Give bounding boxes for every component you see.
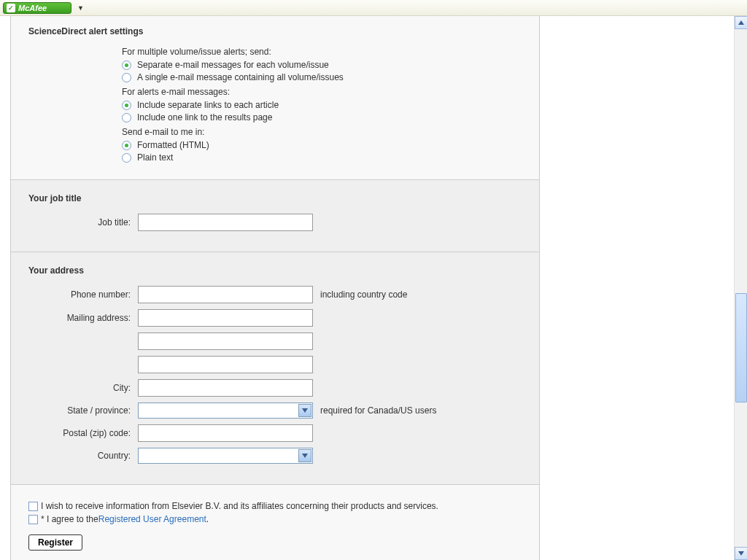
optin-text: I wish to receive information from Elsev…	[41, 501, 438, 511]
job-title-heading: Your job title	[28, 193, 522, 203]
mailing-address-input-3[interactable]	[138, 356, 313, 373]
radio-label: Separate e-mail messages for each volume…	[137, 60, 329, 70]
mcafee-label: McAfee	[18, 4, 47, 12]
chevron-down-icon	[298, 449, 311, 462]
radio-single-email[interactable]: A single e-mail message containing all v…	[122, 72, 522, 82]
page-content: ScienceDirect alert settings For multipl…	[0, 16, 733, 560]
svg-marker-3	[738, 551, 744, 556]
city-label: City:	[28, 383, 138, 393]
radio-format-html[interactable]: Formatted (HTML)	[122, 140, 522, 150]
scroll-thumb[interactable]	[735, 293, 747, 402]
multi-alert-label: For multiple volume/issue alerts; send:	[122, 47, 522, 57]
svg-marker-0	[302, 408, 308, 413]
radio-icon	[122, 153, 131, 163]
agree-suffix: .	[206, 514, 209, 524]
state-hint: required for Canada/US users	[320, 405, 436, 416]
city-input[interactable]	[138, 379, 313, 397]
svg-marker-2	[738, 20, 744, 25]
user-agreement-link[interactable]: Registered User Agreement	[98, 514, 206, 524]
mailing-label: Mailing address:	[28, 313, 138, 323]
radio-icon	[122, 73, 131, 82]
mcafee-badge[interactable]: ✓ McAfee	[3, 2, 71, 14]
scroll-down-icon[interactable]	[735, 547, 747, 560]
radio-icon	[122, 61, 131, 70]
svg-marker-1	[302, 454, 308, 458]
radio-label: A single e-mail message containing all v…	[137, 72, 344, 82]
scroll-up-icon[interactable]	[735, 16, 747, 29]
section-address: Your address Phone number: including cou…	[11, 252, 539, 485]
section-job-title: Your job title Job title:	[11, 180, 539, 252]
section-alert-settings: ScienceDirect alert settings For multipl…	[11, 16, 539, 180]
section-agreement: I wish to receive information from Elsev…	[11, 485, 539, 560]
register-button[interactable]: Register	[28, 534, 82, 551]
phone-label: Phone number:	[28, 289, 138, 300]
vertical-scrollbar[interactable]	[734, 16, 747, 560]
state-label: State / province:	[28, 405, 138, 416]
agree-prefix: * I agree to the	[41, 514, 98, 524]
agree-row[interactable]: * I agree to the Registered User Agreeme…	[28, 514, 522, 524]
optin-row[interactable]: I wish to receive information from Elsev…	[28, 501, 522, 511]
checkbox-icon	[28, 502, 38, 511]
mailing-address-input-2[interactable]	[138, 332, 313, 350]
chevron-down-icon[interactable]: ▼	[77, 4, 84, 12]
links-alert-label: For alerts e-mail messages:	[122, 87, 522, 97]
postal-label: Postal (zip) code:	[28, 428, 138, 438]
radio-label: Formatted (HTML)	[137, 140, 209, 150]
radio-icon	[122, 141, 131, 150]
alert-options: For multiple volume/issue alerts; send: …	[122, 47, 522, 163]
radio-label: Include one link to the results page	[137, 112, 272, 122]
phone-hint: including country code	[320, 289, 407, 300]
phone-input[interactable]	[138, 286, 313, 303]
job-title-label: Job title:	[28, 217, 138, 228]
radio-one-link[interactable]: Include one link to the results page	[122, 112, 522, 122]
registration-form: ScienceDirect alert settings For multipl…	[10, 16, 540, 560]
radio-format-plain[interactable]: Plain text	[122, 152, 522, 163]
format-label: Send e-mail to me in:	[122, 127, 522, 137]
checkbox-icon	[28, 515, 38, 524]
radio-separate-emails[interactable]: Separate e-mail messages for each volume…	[122, 60, 522, 70]
job-title-input[interactable]	[138, 214, 313, 231]
browser-toolbar: ✓ McAfee ▼	[0, 0, 747, 16]
state-select[interactable]	[138, 402, 313, 419]
radio-icon	[122, 101, 131, 110]
radio-separate-links[interactable]: Include separate links to each article	[122, 100, 522, 110]
postal-input[interactable]	[138, 424, 313, 442]
chevron-down-icon	[298, 404, 311, 417]
country-select[interactable]	[138, 448, 313, 464]
address-heading: Your address	[28, 265, 522, 276]
shield-icon: ✓	[7, 4, 15, 12]
radio-label: Plain text	[137, 152, 173, 163]
alert-settings-title: ScienceDirect alert settings	[28, 26, 522, 36]
radio-icon	[122, 113, 131, 122]
country-label: Country:	[28, 451, 138, 461]
mailing-address-input-1[interactable]	[138, 309, 313, 327]
radio-label: Include separate links to each article	[137, 100, 279, 110]
